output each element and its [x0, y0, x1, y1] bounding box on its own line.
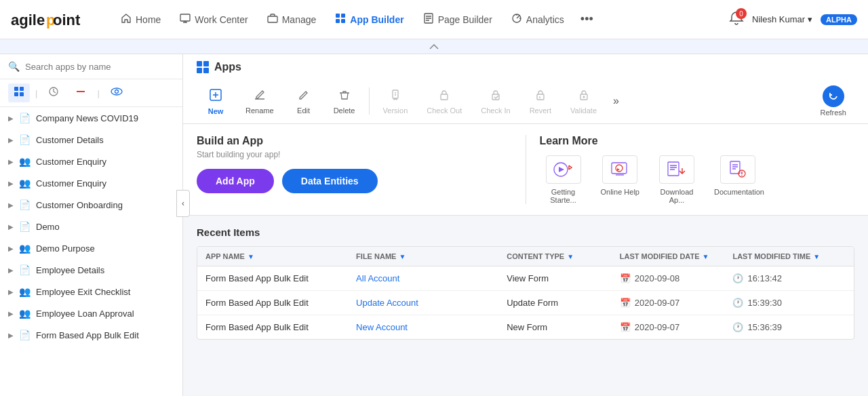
time-value: 15:36:39	[747, 322, 782, 332]
download-app-icon	[659, 155, 694, 184]
sort-icon-app-name: ▼	[248, 253, 254, 260]
nav-manage-label: Manage	[282, 14, 317, 25]
col-header-app-name[interactable]: APP NAME ▼	[205, 252, 356, 260]
nav-app-builder[interactable]: App Builder	[327, 7, 412, 32]
nav-analytics[interactable]: Analytics	[503, 7, 572, 32]
toolbar-rename[interactable]: Rename	[237, 84, 282, 119]
toolbar-validate[interactable]: Validate	[562, 84, 605, 119]
list-item[interactable]: ▶ 📄 Customer Details	[0, 129, 182, 151]
toolbar-divider	[369, 87, 370, 115]
list-item[interactable]: ▶ 👥 Demo Purpose	[0, 237, 182, 259]
toolbar-revert[interactable]: Revert	[521, 84, 559, 119]
toolbar-edit[interactable]: Edit	[285, 84, 323, 119]
item-label: Employee Details	[36, 265, 104, 275]
toolbar-version[interactable]: Version	[375, 84, 416, 119]
sidebar-item-employee-exit[interactable]: ▶ 👥 Employee Exit Checklist	[0, 281, 182, 302]
version-icon	[389, 88, 402, 105]
toolbar-new[interactable]: New	[197, 83, 235, 119]
svg-text:agile: agile	[11, 12, 45, 28]
nav-work-center[interactable]: Work Center	[172, 7, 256, 32]
learn-item-download-app[interactable]: Download Ap...	[653, 155, 701, 204]
learn-item-documentation[interactable]: Documentation	[714, 155, 762, 204]
toolbar-refresh[interactable]: Refresh	[812, 81, 854, 121]
nav-page-builder[interactable]: Page Builder	[415, 7, 500, 32]
item-label: Demo	[36, 222, 60, 232]
calendar-icon: 📅	[620, 298, 631, 308]
clock-icon: 🕐	[732, 273, 743, 283]
more-nav-button[interactable]: •••	[575, 9, 599, 29]
toolbar-new-label: New	[208, 107, 224, 115]
toolbar-delete[interactable]: Delete	[326, 84, 363, 119]
toolbar-checkout[interactable]: Check Out	[418, 84, 470, 119]
getting-started-label: Getting Starte...	[540, 188, 587, 204]
sort-icon-file-name: ▼	[399, 253, 406, 260]
svg-rect-7	[336, 19, 340, 23]
data-entities-button[interactable]: Data Entities	[282, 169, 378, 193]
sidebar-collapse-button[interactable]: ‹	[176, 190, 190, 217]
sidebar: 🔍 | | ▶ 📄 Company News COVID19	[0, 54, 183, 396]
svg-rect-29	[668, 162, 679, 176]
sidebar-item-employee-loan[interactable]: ▶ 👥 Employee Loan Approval	[0, 302, 182, 324]
people-icon: 👥	[19, 286, 31, 297]
cell-file-name: New Account	[356, 322, 507, 332]
cell-content-type: Update Form	[507, 298, 620, 308]
col-header-file-name[interactable]: FILE NAME ▼	[356, 252, 507, 260]
page-builder-icon	[423, 13, 434, 26]
svg-rect-6	[341, 14, 345, 18]
nav-items: Home Work Center Manage App Builder Page…	[113, 7, 729, 32]
sort-icon-last-date: ▼	[703, 253, 709, 260]
user-menu[interactable]: Nilesh Kumar ▾	[752, 14, 812, 24]
item-label: Customer Enquiry	[36, 157, 106, 167]
learn-item-getting-started[interactable]: Getting Starte...	[540, 155, 587, 204]
learn-item-online-help[interactable]: Online Help	[601, 155, 639, 204]
rename-icon	[253, 88, 267, 105]
apps-header: Apps New	[183, 54, 868, 124]
sidebar-item-form-bulk-edit[interactable]: ▶ 📄 Form Based App Bulk Edit	[0, 324, 182, 346]
sidebar-tab-grid[interactable]	[8, 83, 30, 102]
file-name-link[interactable]: New Account	[356, 322, 408, 332]
sort-icon-content-type: ▼	[567, 253, 574, 260]
nav-right: 0 Nilesh Kumar ▾ ALPHA	[729, 11, 857, 28]
sidebar-tab-clock[interactable]	[43, 83, 64, 102]
cell-last-date: 📅 2020-09-07	[620, 322, 733, 332]
list-item[interactable]: ▶ 📄 Demo	[0, 216, 182, 237]
learn-items: Getting Starte... Online Help	[540, 155, 855, 204]
collapse-nav-bar[interactable]	[0, 39, 868, 54]
nav-home[interactable]: Home	[113, 7, 169, 32]
table-row: Form Based App Bulk Edit All Account Vie…	[197, 266, 854, 291]
toolbar-rename-label: Rename	[245, 106, 274, 115]
toolbar-checkin[interactable]: Check In	[473, 84, 518, 119]
checkout-icon	[437, 88, 451, 105]
sidebar-tab-minus[interactable]	[70, 83, 92, 102]
online-help-label: Online Help	[601, 188, 639, 196]
expand-arrow: ▶	[8, 332, 14, 339]
documentation-icon	[720, 155, 755, 184]
date-value: 2020-09-08	[635, 273, 680, 283]
time-value: 16:13:42	[747, 273, 782, 283]
add-app-button[interactable]: Add App	[197, 169, 274, 193]
nav-page-builder-label: Page Builder	[438, 14, 492, 25]
sidebar-item-employee-details[interactable]: ▶ 📄 Employee Details	[0, 259, 182, 281]
svg-rect-16	[77, 91, 85, 92]
col-header-last-date[interactable]: LAST MODIFIED DATE ▼	[620, 252, 733, 260]
file-name-link[interactable]: Update Account	[356, 298, 418, 308]
list-item[interactable]: ▶ 📄 Company News COVID19	[0, 107, 182, 129]
build-section: Build an App Start building your app! Ad…	[183, 124, 868, 216]
col-header-last-time[interactable]: LAST MODIFIED TIME ▼	[732, 252, 846, 260]
nav-manage[interactable]: Manage	[259, 7, 325, 32]
cell-app-name: Form Based App Bulk Edit	[205, 322, 356, 332]
date-value: 2020-09-07	[635, 298, 680, 308]
col-header-content-type[interactable]: CONTENT TYPE ▼	[507, 252, 620, 260]
search-input[interactable]	[25, 62, 174, 72]
toolbar-more-button[interactable]: »	[608, 95, 625, 107]
list-item[interactable]: ▶ 👥 Customer Enquiry	[0, 172, 182, 194]
svg-point-25	[583, 96, 585, 98]
list-item[interactable]: ▶ 📄 Customer Onboarding	[0, 194, 182, 216]
toolbar-version-label: Version	[383, 106, 408, 115]
notification-bell[interactable]: 0	[729, 11, 744, 28]
sidebar-tab-eye[interactable]	[105, 84, 128, 102]
item-label: Customer Onboarding	[36, 200, 123, 210]
file-name-link[interactable]: All Account	[356, 273, 399, 283]
list-item[interactable]: ▶ 👥 Customer Enquiry	[0, 151, 182, 172]
svg-rect-5	[336, 14, 340, 18]
